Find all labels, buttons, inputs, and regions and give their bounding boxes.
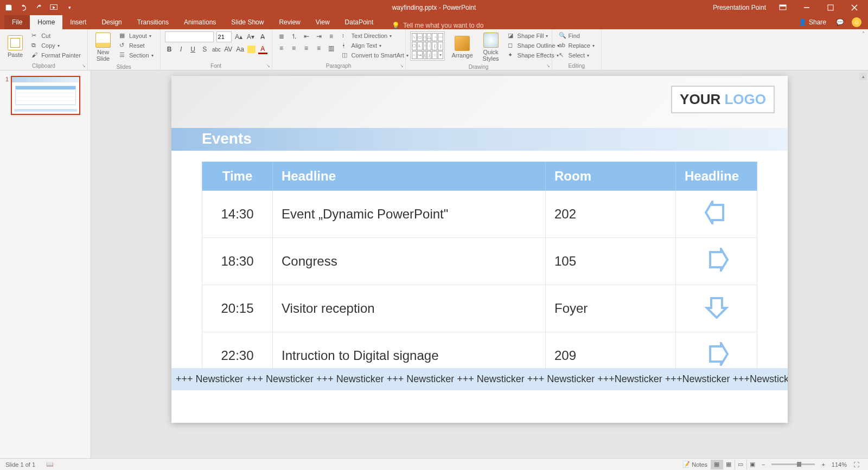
zoom-slider[interactable] <box>771 463 815 465</box>
comments-icon[interactable]: 💬 <box>836 18 844 26</box>
slide-thumbnail-1[interactable] <box>11 76 80 115</box>
shape-brace-icon: { <box>432 42 437 50</box>
strikethrough-button[interactable]: S <box>200 44 209 54</box>
tab-view[interactable]: View <box>308 15 337 29</box>
cell-time[interactable]: 20:15 <box>202 285 273 332</box>
new-slide-button[interactable]: New Slide <box>92 31 114 63</box>
italic-button[interactable]: I <box>176 44 186 54</box>
cut-button[interactable]: ✂Cut <box>29 31 83 40</box>
close-button[interactable] <box>847 2 861 13</box>
newsticker[interactable]: +++ Newsticker +++ Newsticker +++ Newsti… <box>171 368 788 390</box>
clipboard-launcher-icon[interactable]: ↘ <box>82 63 86 68</box>
line-spacing-button[interactable]: ≡ <box>327 31 336 41</box>
cell-room[interactable]: Foyer <box>546 285 676 332</box>
ribbon-display-icon[interactable] <box>776 2 790 13</box>
arrange-button[interactable]: Arrange <box>448 31 476 63</box>
align-right-button[interactable]: ≡ <box>302 43 311 53</box>
section-button[interactable]: ☰Section ▾ <box>117 51 156 60</box>
undo-icon[interactable] <box>20 3 28 12</box>
highlight-button[interactable] <box>247 46 256 53</box>
tab-transitions[interactable]: Transitions <box>130 15 176 29</box>
tab-slideshow[interactable]: Slide Show <box>224 15 271 29</box>
cell-headline[interactable]: Event „Dynamic PowerPoint" <box>273 191 546 238</box>
tab-datapoint[interactable]: DataPoint <box>337 15 381 29</box>
cell-arrow[interactable] <box>676 238 757 285</box>
increase-indent-button[interactable]: ⇥ <box>314 31 324 41</box>
slide-canvas[interactable]: YOUR LOGO Events Time Headline Room Head… <box>171 76 788 423</box>
select-button[interactable]: ↖Select ▾ <box>557 51 597 60</box>
scroll-up-icon[interactable]: ▴ <box>859 73 867 80</box>
decrease-indent-button[interactable]: ⇤ <box>302 31 311 41</box>
align-left-button[interactable]: ≡ <box>277 43 286 53</box>
convert-smartart-button[interactable]: ◫Convert to SmartArt ▾ <box>340 51 411 60</box>
cell-headline[interactable]: Visitor reception <box>273 285 546 332</box>
cell-room[interactable]: 105 <box>546 238 676 285</box>
font-launcher-icon[interactable]: ↘ <box>266 63 270 68</box>
minimize-button[interactable] <box>800 2 814 13</box>
quick-styles-button[interactable]: Quick Styles <box>480 31 502 63</box>
shapes-gallery[interactable]: \ ▭ ○ △ → ⋯ ⬡ L ↑ ↓ { } ~ ↝ { } ☆ ▾ <box>410 31 445 61</box>
notes-button[interactable]: 📝Notes <box>679 461 711 468</box>
slideshow-view-icon[interactable]: ▣ <box>746 460 758 469</box>
start-from-beginning-icon[interactable] <box>50 3 59 12</box>
copy-button[interactable]: ⧉Copy ▾ <box>29 41 83 50</box>
tell-me-search[interactable]: 💡 Tell me what you want to do <box>392 22 483 29</box>
events-table[interactable]: Time Headline Room Headline 14:30Event „… <box>202 162 757 379</box>
format-painter-button[interactable]: 🖌Format Painter <box>29 51 83 60</box>
grow-font-icon[interactable]: A▴ <box>234 32 244 42</box>
tab-review[interactable]: Review <box>271 15 308 29</box>
cell-headline[interactable]: Congress <box>273 238 546 285</box>
justify-button[interactable]: ≡ <box>314 43 324 53</box>
qat-customize-icon[interactable]: ▾ <box>65 3 74 12</box>
cell-time[interactable]: 18:30 <box>202 238 273 285</box>
feedback-smiley-icon[interactable]: ☺ <box>852 17 861 27</box>
zoom-in-button[interactable]: + <box>818 461 828 468</box>
shadow-button[interactable]: abc <box>212 44 221 54</box>
tab-design[interactable]: Design <box>94 15 129 29</box>
cell-room[interactable]: 202 <box>546 191 676 238</box>
clear-formatting-icon[interactable]: A̶ <box>258 32 267 42</box>
align-text-button[interactable]: ⍿Align Text ▾ <box>340 41 411 50</box>
slide-editor[interactable]: ▴ YOUR LOGO Events Time Headline Room He… <box>91 70 868 458</box>
paste-button[interactable]: Paste <box>4 31 26 62</box>
tab-insert[interactable]: Insert <box>62 15 94 29</box>
save-icon[interactable] <box>4 3 13 12</box>
cell-time[interactable]: 14:30 <box>202 191 273 238</box>
maximize-button[interactable] <box>824 2 838 13</box>
share-button[interactable]: 👤Share <box>796 18 828 27</box>
tab-file[interactable]: File <box>4 15 30 29</box>
numbering-button[interactable]: ⒈ <box>289 31 299 41</box>
paragraph-launcher-icon[interactable]: ↘ <box>400 63 404 68</box>
redo-icon[interactable] <box>35 3 43 12</box>
cell-arrow[interactable] <box>676 191 757 238</box>
align-center-button[interactable]: ≡ <box>289 43 299 53</box>
logo-placeholder[interactable]: YOUR LOGO <box>671 86 775 113</box>
drawing-launcher-icon[interactable]: ↘ <box>546 63 550 68</box>
columns-button[interactable]: ▥ <box>327 43 336 53</box>
normal-view-icon[interactable]: ▦ <box>711 460 723 469</box>
font-size-combo[interactable] <box>216 31 232 42</box>
cell-arrow[interactable] <box>676 285 757 332</box>
shrink-font-icon[interactable]: A▾ <box>246 32 256 42</box>
spellcheck-icon[interactable]: 📖 <box>43 461 57 468</box>
reading-view-icon[interactable]: ▭ <box>735 460 746 469</box>
char-spacing-button[interactable]: AV <box>224 44 233 54</box>
fit-to-window-icon[interactable]: ⛶ <box>850 461 863 468</box>
font-family-combo[interactable] <box>165 31 214 42</box>
underline-button[interactable]: U <box>188 44 197 54</box>
replace-button[interactable]: abReplace ▾ <box>557 41 597 50</box>
sorter-view-icon[interactable]: ▦ <box>723 460 735 469</box>
tab-animations[interactable]: Animations <box>176 15 224 29</box>
tab-home[interactable]: Home <box>30 15 62 29</box>
events-title-bar[interactable]: Events <box>171 128 788 151</box>
bullets-button[interactable]: ≣ <box>277 31 286 41</box>
change-case-button[interactable]: Aa <box>235 44 245 54</box>
bold-button[interactable]: B <box>165 44 174 54</box>
collapse-ribbon-icon[interactable]: ˄ <box>858 29 868 70</box>
layout-button[interactable]: ▦Layout ▾ <box>117 31 156 40</box>
text-direction-button[interactable]: ↕Text Direction ▾ <box>340 31 411 40</box>
reset-button[interactable]: ↺Reset <box>117 41 156 50</box>
find-button[interactable]: 🔍Find <box>557 31 597 40</box>
zoom-out-button[interactable]: − <box>758 461 768 468</box>
font-color-button[interactable]: A <box>258 44 267 54</box>
